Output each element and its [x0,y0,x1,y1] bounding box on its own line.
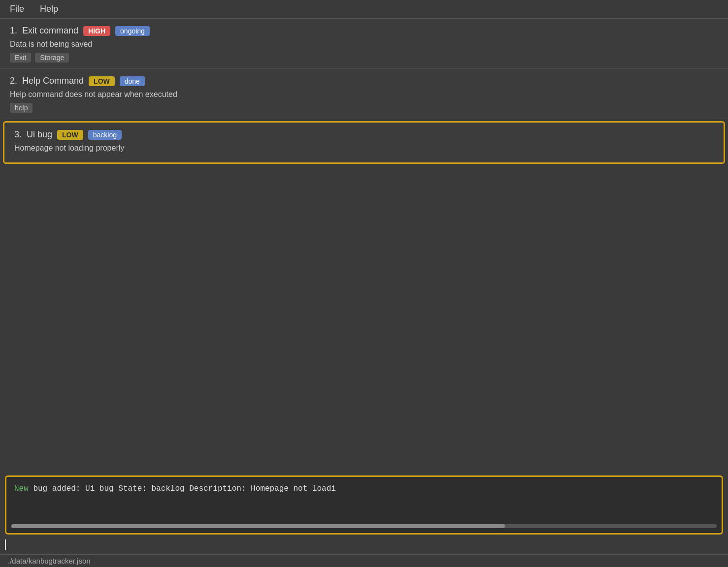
command-cursor [5,539,6,550]
bug-title-2: Help Command [22,76,84,86]
tag-exit: Exit [10,53,31,63]
bug-number-3: 3. [14,129,22,140]
tag-storage: Storage [35,53,69,63]
bug-description-2: Help command does not appear when execut… [10,90,718,99]
bug-priority-1: HIGH [83,26,110,36]
bug-item-3-header: 3. Ui bug LOW backlog [14,129,714,140]
tag-help: help [10,103,33,113]
terminal-scrollbar-thumb[interactable] [11,524,505,528]
bug-item-2-header: 2. Help Command LOW done [10,76,718,86]
status-path: ./data/kanbugtracker.json [8,557,91,565]
bug-number-2: 2. [10,76,17,86]
bug-status-1: ongoing [115,26,150,36]
status-bar: ./data/kanbugtracker.json [0,554,728,567]
terminal-section: New bug added: Ui bug State: backlog Des… [0,472,728,537]
bug-list: 1. Exit command HIGH ongoing Data is not… [0,19,728,319]
bug-tags-1: Exit Storage [10,53,718,63]
bug-item-1[interactable]: 1. Exit command HIGH ongoing Data is not… [0,19,728,69]
bug-priority-3: LOW [57,130,83,140]
bug-item-1-header: 1. Exit command HIGH ongoing [10,26,718,36]
bug-item-3[interactable]: 3. Ui bug LOW backlog Homepage not loadi… [3,121,725,164]
terminal-output: New bug added: Ui bug State: backlog Des… [14,483,714,495]
terminal-box[interactable]: New bug added: Ui bug State: backlog Des… [5,475,723,535]
bug-title-1: Exit command [22,26,78,36]
bug-status-2: done [120,76,145,86]
bug-status-3: backlog [88,130,122,140]
help-menu[interactable]: Help [38,3,60,15]
empty-area [0,319,728,472]
file-menu[interactable]: File [8,3,26,15]
menu-bar: File Help [0,0,728,19]
command-line[interactable] [0,537,728,554]
bug-priority-2: LOW [89,76,115,86]
bug-description-3: Homepage not loading properly [14,144,714,153]
bug-number-1: 1. [10,26,17,36]
bug-tags-2: help [10,103,718,113]
bug-description-1: Data is not being saved [10,40,718,49]
bug-title-3: Ui bug [27,129,52,140]
bug-item-2[interactable]: 2. Help Command LOW done Help command do… [0,69,728,119]
terminal-scrollbar-track[interactable] [11,524,717,528]
